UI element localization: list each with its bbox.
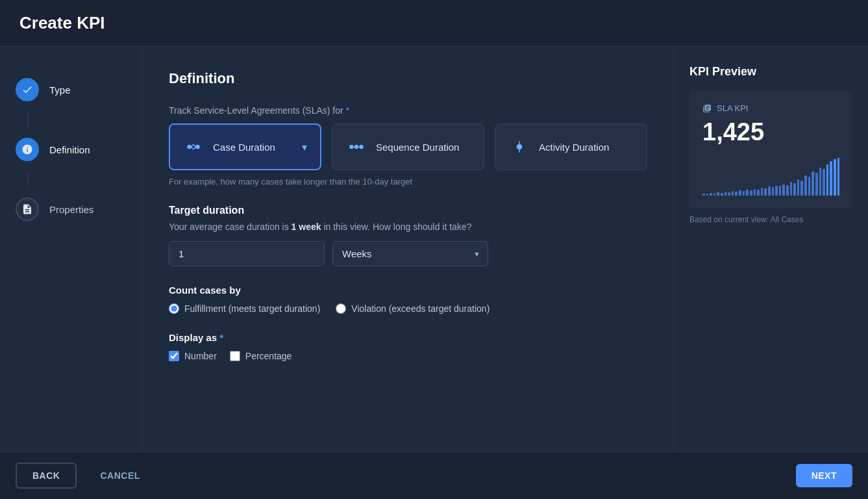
chart-bar	[800, 181, 803, 196]
display-percentage-checkbox[interactable]	[230, 351, 240, 361]
step-icon-properties	[16, 198, 39, 221]
sequence-duration-icon	[346, 136, 367, 157]
sla-field-label: Track Service-Level Agreements (SLAs) fo…	[169, 105, 647, 116]
chart-bar	[764, 188, 767, 196]
kpi-value: 1,425	[702, 118, 839, 146]
chart-bar	[837, 158, 840, 196]
count-fulfillment-radio[interactable]	[169, 303, 179, 314]
target-description: Your average case duration is 1 week in …	[169, 222, 647, 232]
back-button[interactable]: BACK	[16, 463, 77, 489]
kpi-type-icon	[702, 104, 712, 113]
sla-card-sequence-duration[interactable]: Sequence Duration	[332, 123, 484, 170]
chart-bar	[761, 188, 763, 196]
count-violation-option[interactable]: Violation (exceeds target duration)	[336, 303, 490, 314]
chart-bar	[834, 159, 836, 196]
sla-card-activity-duration[interactable]: Activity Duration	[495, 123, 647, 170]
sla-card-activity-duration-label: Activity Duration	[539, 142, 609, 153]
chart-bar	[713, 194, 716, 196]
preview-panel: KPI Preview SLA KPI 1,425 Based on curre…	[673, 47, 868, 452]
display-number-option[interactable]: Number	[169, 351, 217, 361]
chart-bar	[790, 182, 793, 196]
chart-bar	[735, 192, 738, 196]
count-fulfillment-option[interactable]: Fulfillment (meets target duration)	[169, 303, 320, 314]
duration-inputs: Weeks Days Hours Minutes	[169, 241, 647, 266]
main-layout: Type Definition Properties Definition Tr…	[0, 47, 868, 452]
display-number-label: Number	[184, 351, 217, 361]
preview-title: KPI Preview	[689, 65, 852, 79]
sidebar-item-type[interactable]: Type	[0, 66, 142, 113]
sidebar: Type Definition Properties	[0, 47, 143, 452]
next-button[interactable]: NEXT	[796, 464, 852, 487]
chart-bar	[725, 192, 727, 196]
sidebar-item-definition[interactable]: Definition	[0, 126, 142, 173]
count-violation-radio[interactable]	[336, 303, 346, 314]
cancel-button[interactable]: CANCEL	[84, 464, 155, 487]
display-checkbox-group: Number Percentage	[169, 351, 647, 361]
chart-bar	[797, 179, 800, 196]
display-number-checkbox[interactable]	[169, 351, 179, 361]
svg-point-3	[354, 145, 359, 149]
display-section-title: Display as*	[169, 332, 647, 343]
chart-bar	[793, 183, 796, 196]
chart-bar	[815, 173, 818, 196]
chart-bar	[830, 161, 832, 196]
content-area: Definition Track Service-Level Agreement…	[143, 47, 673, 452]
chart-bar	[768, 186, 771, 196]
chart-bar	[812, 172, 814, 196]
chart-bar	[746, 190, 749, 196]
kpi-type-label: SLA KPI	[717, 103, 748, 113]
sla-card-case-duration[interactable]: Case Duration ▾	[169, 123, 321, 170]
case-duration-arrow-icon: ▾	[302, 141, 307, 153]
svg-point-0	[187, 145, 192, 149]
chart-bar	[823, 169, 825, 196]
chart-bar	[750, 190, 752, 196]
chart-bar	[819, 168, 822, 196]
sla-card-group: Case Duration ▾ Sequence Duration	[169, 123, 647, 170]
display-percentage-option[interactable]: Percentage	[230, 351, 292, 361]
case-duration-icon	[183, 136, 204, 157]
chart-bar	[721, 193, 723, 196]
chart-bar	[808, 177, 811, 196]
header: Create KPI	[0, 0, 868, 47]
step-connector-1	[27, 113, 29, 126]
chart-bar	[702, 194, 705, 196]
sidebar-item-properties[interactable]: Properties	[0, 186, 142, 233]
count-section-title: Count cases by	[169, 285, 647, 296]
sidebar-item-definition-label: Definition	[49, 144, 90, 155]
step-connector-2	[27, 173, 29, 186]
sla-card-sequence-duration-label: Sequence Duration	[376, 142, 459, 153]
sla-card-case-duration-label: Case Duration	[213, 142, 275, 153]
chart-bar	[728, 192, 730, 196]
count-fulfillment-label: Fulfillment (meets target duration)	[184, 303, 320, 314]
kpi-card-header: SLA KPI	[702, 103, 839, 113]
chart-bar	[772, 187, 775, 196]
chart-bar	[754, 189, 756, 196]
chart-bar	[732, 191, 734, 196]
display-percentage-label: Percentage	[245, 351, 292, 361]
svg-point-5	[517, 144, 523, 150]
chart-bar	[775, 186, 778, 196]
chart-bar	[710, 193, 712, 196]
count-violation-label: Violation (exceeds target duration)	[351, 303, 490, 314]
sla-hint-text: For example, how many cases take longer …	[169, 177, 647, 186]
kpi-chart	[702, 157, 839, 196]
svg-point-4	[359, 145, 364, 149]
duration-unit-select[interactable]: Weeks Days Hours Minutes	[332, 241, 488, 266]
svg-point-1	[195, 145, 200, 149]
page-title: Create KPI	[19, 13, 849, 33]
step-icon-type	[16, 78, 39, 101]
chart-bar	[743, 191, 745, 196]
chart-bar	[779, 186, 782, 196]
kpi-based-on: Based on current view: All Cases	[689, 215, 852, 224]
activity-duration-icon	[509, 136, 530, 157]
chart-bar	[804, 175, 807, 196]
svg-point-2	[349, 145, 354, 149]
chart-bar	[826, 164, 829, 196]
chart-bar	[786, 185, 789, 196]
chart-bar	[757, 190, 760, 196]
chart-bar	[717, 192, 719, 196]
duration-number-field	[169, 241, 325, 266]
kpi-preview-card: SLA KPI 1,425	[689, 90, 852, 209]
duration-number-input[interactable]	[169, 241, 325, 266]
target-section-title: Target duration	[169, 205, 647, 216]
